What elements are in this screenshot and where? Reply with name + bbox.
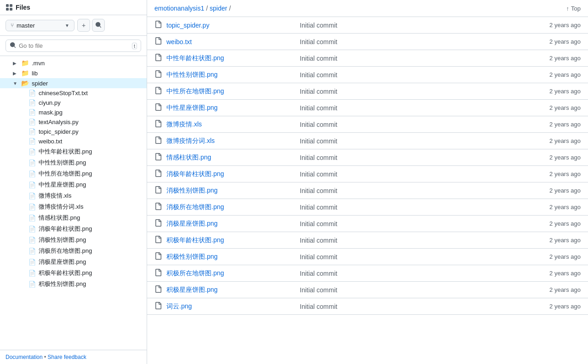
file-name-link[interactable]: 中性所在地饼图.png [166, 87, 295, 96]
file-icon: 📄 [29, 281, 36, 288]
file-name-link[interactable]: 微博疫情.xls [166, 120, 295, 129]
commit-message: Initial commit [300, 88, 535, 95]
file-icon: 📄 [29, 99, 36, 106]
tree-item-jijinianjing[interactable]: 📄 积极年龄柱状图.png [0, 267, 147, 279]
file-name-link[interactable]: 积极年龄柱状图.png [166, 236, 295, 245]
tree-item-label: 消极年龄柱状图.png [39, 225, 92, 233]
tree-item-label: 积极性别饼图.png [39, 280, 86, 288]
file-icon [154, 269, 162, 278]
grid-icon [6, 4, 13, 11]
tree-item-label: textAnalysis.py [39, 119, 79, 125]
table-row: 消极性别饼图.pngInitial commit2 years ago [147, 182, 588, 199]
file-age: 2 years ago [539, 204, 581, 210]
tree-item-zhongxingnianjing[interactable]: 📄 中性年龄柱状图.png [0, 146, 147, 157]
file-name-link[interactable]: 积极性别饼图.png [166, 253, 295, 261]
add-file-button[interactable]: + [77, 19, 90, 32]
tree-item-xiaojixingzuo[interactable]: 📄 消极星座饼图.png [0, 256, 147, 267]
search-input[interactable] [19, 42, 129, 49]
file-icon: 📄 [29, 128, 36, 135]
tree-item-zhongxingxingzuo[interactable]: 📄 中性星座饼图.png [0, 179, 147, 190]
file-name-link[interactable]: 中性性别饼图.png [166, 71, 295, 79]
table-row: 积极所在地饼图.pngInitial commit2 years ago [147, 265, 588, 282]
file-name-link[interactable]: weibo.txt [166, 38, 295, 46]
tree-item-label: 中性年龄柱状图.png [39, 148, 92, 156]
table-row: 词云.pngInitial commit2 years ago [147, 298, 588, 315]
tree-item-qinggan[interactable]: 📄 情感柱状图.png [0, 212, 147, 223]
file-icon [154, 37, 162, 46]
tree-item-jijixingbie[interactable]: 📄 积极性别饼图.png [0, 279, 147, 290]
tree-item-chinesestoptxt[interactable]: 📄 chineseStopTxt.txt [0, 88, 147, 98]
file-age: 2 years ago [539, 121, 581, 128]
tree-item-weiboyi[interactable]: 📄 微博疫情.xls [0, 190, 147, 201]
commit-message: Initial commit [300, 303, 535, 310]
file-name-link[interactable]: 微博疫情分词.xls [166, 137, 295, 145]
tree-item-label: chineseStopTxt.txt [39, 90, 88, 97]
breadcrumb-folder-link[interactable]: spider [210, 5, 227, 12]
tree-item-weibo[interactable]: 📄 weibo.txt [0, 136, 147, 146]
share-feedback-link[interactable]: Share feedback [48, 354, 86, 360]
folder-open-icon: 📂 [21, 80, 29, 87]
tree-item-topic-spider[interactable]: 📄 topic_spider.py [0, 127, 147, 136]
tree-item-xiaojinianjing[interactable]: 📄 消极年龄柱状图.png [0, 223, 147, 234]
file-age: 2 years ago [539, 303, 581, 310]
file-age: 2 years ago [539, 237, 581, 244]
table-row: 消极星座饼图.pngInitial commit2 years ago [147, 216, 588, 232]
file-icon [154, 236, 162, 245]
file-icon [154, 136, 162, 145]
file-icon [154, 203, 162, 211]
tree-item-zhongxingsuozai[interactable]: 📄 中性所在地饼图.png [0, 168, 147, 179]
branch-selector[interactable]: ⑂ master ▼ [6, 20, 74, 31]
right-panel: emotionanalysis1 / spider / ↑ Top topic_… [147, 0, 588, 364]
file-icon [154, 252, 162, 261]
tree-item-lib[interactable]: ▶ 📁 lib [0, 68, 147, 78]
file-icon [154, 186, 162, 195]
tree-item-label: 中性性别饼图.png [39, 159, 86, 167]
commit-message: Initial commit [300, 204, 535, 211]
file-name-link[interactable]: 情感柱状图.png [166, 154, 295, 162]
tree-item-spider[interactable]: ▼ 📂 spider [0, 78, 147, 88]
tree-item-xiaojixingbie[interactable]: 📄 消极性别饼图.png [0, 234, 147, 245]
chevron-down-icon: ▼ [13, 81, 18, 86]
table-row: 积极性别饼图.pngInitial commit2 years ago [147, 249, 588, 265]
commit-message: Initial commit [300, 55, 535, 62]
file-icon: 📄 [29, 109, 36, 116]
search-button[interactable] [92, 19, 105, 32]
left-panel: Files ⑂ master ▼ + [0, 0, 147, 364]
file-icon [154, 153, 162, 162]
tree-item-xiaojisuozai[interactable]: 📄 消极所在地饼图.png [0, 245, 147, 256]
table-row: weibo.txtInitial commit2 years ago [147, 34, 588, 50]
tree-item-weibofen[interactable]: 📄 微博疫情分词.xls [0, 201, 147, 212]
tree-item-label: weibo.txt [39, 138, 62, 145]
tree-item-textanalysis[interactable]: 📄 textAnalysis.py [0, 117, 147, 127]
file-name-link[interactable]: 消极星座饼图.png [166, 220, 295, 228]
file-icon [154, 54, 162, 63]
file-name-link[interactable]: 消极性别饼图.png [166, 187, 295, 195]
file-age: 2 years ago [539, 137, 581, 144]
file-icon [154, 219, 162, 228]
commit-message: Initial commit [300, 104, 535, 112]
breadcrumb-repo-link[interactable]: emotionanalysis1 [154, 5, 204, 12]
tree-item-mvn[interactable]: ▶ 📁 .mvn [0, 58, 147, 68]
file-age: 2 years ago [539, 104, 581, 111]
file-name-link[interactable]: 中性年龄柱状图.png [166, 54, 295, 63]
file-icon [154, 87, 162, 96]
file-name-link[interactable]: 中性星座饼图.png [166, 104, 295, 112]
file-tree: ▶ 📁 .mvn ▶ 📁 lib ▼ 📂 spider 📄 chineseSto… [0, 56, 147, 350]
documentation-link[interactable]: Documentation [6, 354, 43, 360]
file-name-link[interactable]: 积极所在地饼图.png [166, 269, 295, 278]
file-name-link[interactable]: 词云.png [166, 302, 295, 311]
file-name-link[interactable]: topic_spider.py [166, 22, 295, 29]
file-name-link[interactable]: 积极星座饼图.png [166, 286, 295, 294]
breadcrumb-sep-2: / [229, 5, 231, 12]
tree-item-zhongxingxingbie[interactable]: 📄 中性性别饼图.png [0, 157, 147, 168]
file-name-link[interactable]: 消极所在地饼图.png [166, 203, 295, 211]
file-icon: 📄 [29, 248, 36, 255]
file-icon [154, 302, 162, 311]
file-age: 2 years ago [539, 171, 581, 177]
tree-item-mask[interactable]: 📄 mask.jpg [0, 108, 147, 117]
tree-item-ciyun[interactable]: 📄 ciyun.py [0, 98, 147, 108]
file-name-link[interactable]: 消极年龄柱状图.png [166, 170, 295, 178]
table-row: 消极所在地饼图.pngInitial commit2 years ago [147, 199, 588, 216]
file-icon: 📄 [29, 159, 36, 166]
top-link[interactable]: ↑ Top [566, 5, 581, 12]
